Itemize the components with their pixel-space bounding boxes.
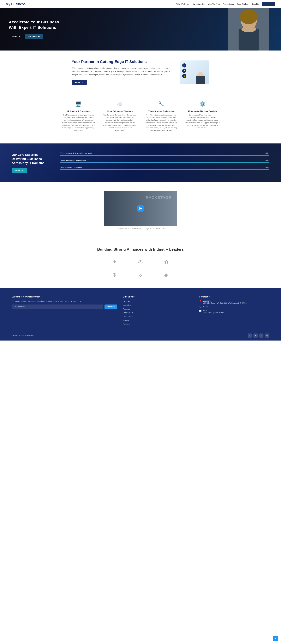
nav-insights[interactable]: Insights (252, 3, 259, 5)
video-thumbnail: BACKSTAGE (104, 191, 177, 226)
footer-quick-links: Quick Links ServicesIndustriesAbout UsOu… (123, 296, 193, 326)
bar-label-text: IT Infrastructure & Network Management (60, 152, 92, 154)
navbar: My Business Who We Serve What We Do Who … (0, 0, 281, 8)
footer-newsletter: Subscribe To Our Newsletter Get weekly u… (12, 296, 117, 326)
partner-title: Your Partner in Cutting-Edge IT Solution… (72, 59, 171, 64)
nav-who-we-are[interactable]: Who We Are (208, 3, 220, 5)
location-label: Location: (203, 300, 210, 302)
hero-title: Accelerate Your Business With Expert IT … (9, 20, 64, 30)
footer-link[interactable]: Our Partners (123, 312, 133, 314)
service-card: 🔧 IT Infrastructure Optimization Our IT … (143, 96, 180, 135)
alliance-logo: ⟡ (130, 271, 151, 280)
hero-image (228, 8, 269, 50)
expertise-bar-item: Cybersecurity & Compliance 100% (60, 166, 269, 170)
nav-public-sector[interactable]: Public Sector (223, 3, 234, 5)
social-icon[interactable]: in (259, 334, 264, 338)
phone-icon: 📞 (199, 306, 202, 308)
contact-phone: 📞 Phone: (199, 306, 269, 308)
alliance-logo: ✦ (104, 258, 126, 266)
service-card: ⚙️ IT Support & Managed Services Our man… (184, 96, 221, 135)
alliances-section: Building Strong Alliances with Industry … (0, 238, 281, 288)
icon-3: 🔒 (182, 74, 186, 78)
bar-fill (60, 162, 269, 164)
alliance-logo: ✿ (156, 258, 177, 266)
social-icon[interactable]: 📸 (265, 334, 269, 338)
location-icon: 📍 (199, 300, 202, 302)
footer-link[interactable]: About Us (123, 308, 130, 310)
footer-link-item: Case Studies (123, 315, 193, 318)
expertise-bar-item: Cloud Computing & Virtualization 100% (60, 159, 269, 164)
social-icon[interactable]: t (254, 334, 258, 338)
nav-case-studies[interactable]: Case Studies (237, 3, 249, 5)
alliance-logo: ❋ (104, 271, 126, 280)
footer: Subscribe To Our Newsletter Get weekly u… (0, 288, 281, 340)
video-caption: Look at how we work and handle your proj… (12, 228, 269, 230)
partner-icons: 💻 ☁️ 🔒 (182, 64, 186, 78)
partner-about-us-button[interactable]: About Us (72, 80, 87, 85)
service-description: We offer comprehensive cloud solutions, … (103, 114, 137, 132)
hero-content: Accelerate Your Business With Expert IT … (0, 20, 73, 39)
play-icon (140, 207, 142, 210)
svg-point-4 (242, 26, 256, 32)
bar-track (60, 169, 269, 170)
footer-link[interactable]: Contact us (123, 323, 131, 325)
footer-link[interactable]: Insights (123, 320, 129, 322)
contact-email: ✉️ Email: contact@sampleemail.com (199, 310, 269, 314)
expertise-bars: IT Infrastructure & Network Management 1… (60, 152, 269, 173)
logo-symbol: ✿ (164, 259, 168, 265)
social-icon[interactable]: f (248, 334, 252, 338)
footer-link-item: About Us (123, 308, 193, 310)
bar-percent: 100% (265, 159, 269, 161)
bar-track (60, 155, 269, 156)
bar-label-text: Cloud Computing & Virtualization (60, 159, 86, 161)
service-title: Cloud Solutions & Migration (103, 110, 137, 112)
email-label: Email: (203, 310, 208, 312)
subscribe-button[interactable]: Subscribe (104, 304, 117, 309)
video-wrapper[interactable]: BACKSTAGE (104, 191, 177, 226)
service-card: ☁️ Cloud Solutions & Migration We offer … (102, 96, 138, 135)
service-icon: ⚙️ (198, 100, 207, 108)
expertise-title: Our Core Expertise: Delivering Excellenc… (12, 153, 48, 165)
partner-text: Your Partner in Cutting-Edge IT Solution… (72, 59, 171, 85)
bar-fill (60, 155, 269, 156)
play-button[interactable] (137, 205, 144, 212)
nav-what-we-do[interactable]: What We Do (193, 3, 205, 5)
our-services-button[interactable]: Our Services (25, 34, 43, 39)
expertise-left: Our Core Expertise: Delivering Excellenc… (12, 153, 48, 173)
nav-logo[interactable]: My Business (6, 2, 26, 6)
service-card: 🖥️ IT Strategy & Consulting Our IT strat… (60, 96, 97, 135)
footer-link-item: Our Partners (123, 312, 193, 314)
logos-grid: ✦◎✿❋⟡◈ (104, 258, 177, 280)
phone-label: Phone: (203, 306, 209, 308)
backstage-text: BACKSTAGE (146, 195, 171, 200)
know-us-button[interactable]: Know Us (9, 34, 24, 39)
footer-link[interactable]: Case Studies (123, 316, 133, 318)
footer-link-item: Industries (123, 304, 193, 306)
footer-link[interactable]: Services (123, 300, 130, 302)
footer-link-item: Insights (123, 319, 193, 322)
alliances-title: Building Strong Alliances with Industry … (12, 247, 269, 252)
footer-link[interactable]: Industries (123, 304, 130, 306)
newsletter-description: Get weekly updates about our enhancing t… (12, 300, 117, 303)
footer-link-item: Services (123, 300, 193, 302)
logo-symbol: ◈ (164, 272, 168, 278)
services-section: 🖥️ IT Strategy & Consulting Our IT strat… (0, 94, 281, 144)
expertise-about-us-button[interactable]: About Us (12, 168, 27, 173)
bar-percent: 100% (265, 152, 269, 154)
contact-title: Contact us (199, 296, 269, 298)
nav-who-we-serve[interactable]: Who We Serve (176, 3, 190, 5)
footer-link-item: Contact us (123, 323, 193, 326)
service-icon: 🖥️ (74, 100, 83, 108)
icon-1: 💻 (182, 64, 186, 68)
footer-links-list: ServicesIndustriesAbout UsOur PartnersCa… (123, 300, 193, 326)
bar-percent: 100% (265, 166, 269, 168)
service-description: Our IT infrastructure optimization servi… (144, 114, 178, 132)
bar-fill (60, 169, 269, 170)
nav-talk-to-us[interactable]: Talk To Us (262, 2, 275, 6)
service-description: Our managed IT services ensure your tech… (186, 114, 220, 129)
email-input[interactable] (12, 304, 103, 309)
svg-point-2 (240, 10, 258, 24)
copyright-text: © Copyright 2024 My Business. (12, 335, 34, 336)
video-section: BACKSTAGE Look at how we work and handle… (0, 182, 281, 238)
social-links: ftin📸 (248, 334, 269, 338)
